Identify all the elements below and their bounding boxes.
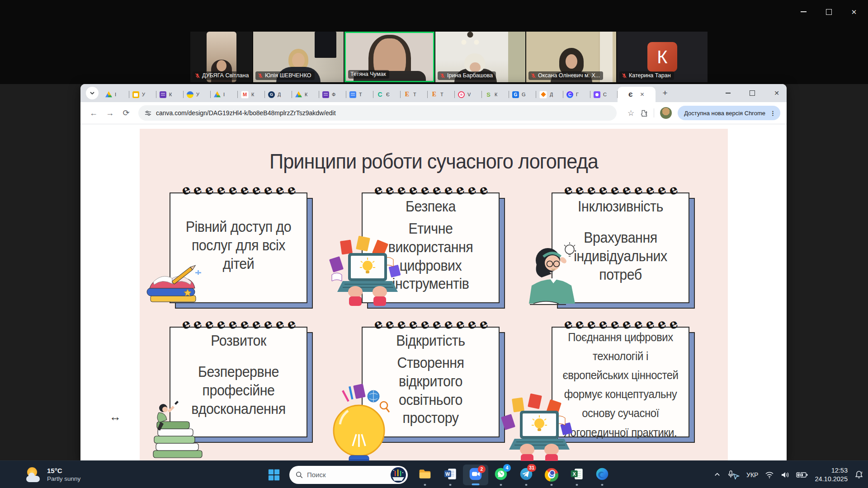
principle-card[interactable]: Відкритість Створення відкритого освітнь… bbox=[362, 327, 500, 437]
browser-restore-icon[interactable] bbox=[749, 89, 756, 97]
forward-button[interactable]: → bbox=[103, 106, 117, 120]
mic-muted-icon bbox=[531, 73, 536, 79]
browser-tab[interactable]: V bbox=[455, 87, 482, 102]
divider bbox=[654, 108, 654, 117]
avatar: К bbox=[647, 42, 677, 72]
mic-in-use-icon[interactable] bbox=[727, 470, 740, 479]
system-tray: УКР 12:53 24.10.2025 z bbox=[714, 461, 863, 488]
card-heading: Відкритість bbox=[368, 332, 493, 349]
taskbar-edge-icon[interactable] bbox=[590, 463, 615, 487]
site-settings-icon[interactable] bbox=[145, 110, 151, 117]
browser-tab-active[interactable]: Є✕ bbox=[618, 87, 656, 102]
menu-kebab-icon[interactable]: ⋮ bbox=[770, 110, 776, 117]
start-button[interactable] bbox=[264, 465, 284, 485]
taskbar-telegram-icon[interactable]: 31 bbox=[514, 463, 539, 487]
browser-tab[interactable]: К bbox=[292, 87, 319, 102]
browser-tab[interactable]: У bbox=[129, 87, 156, 102]
spiral-binding: eeeeeeeeee bbox=[374, 184, 488, 196]
browser-tab[interactable]: К bbox=[156, 87, 184, 102]
browser-tab[interactable]: Є bbox=[373, 87, 401, 102]
browser-tab[interactable]: І bbox=[211, 87, 238, 102]
drive-favicon bbox=[214, 91, 221, 98]
participant-tile[interactable]: Юлія ШЕВЧЕНКО bbox=[253, 32, 344, 82]
browser-tab[interactable]: G bbox=[509, 87, 536, 102]
extensions-puzzle-icon[interactable] bbox=[640, 109, 648, 117]
tab-label: У bbox=[142, 92, 145, 97]
svg-text:X: X bbox=[573, 471, 576, 476]
principle-card[interactable]: Розвиток Безперервне професійне вдоскона… bbox=[170, 327, 307, 437]
browser-tab[interactable]: Ф bbox=[319, 87, 346, 102]
participant-tile-active-speaker[interactable]: Тетяна Чумак bbox=[344, 32, 434, 82]
browser-tab[interactable]: Т bbox=[401, 87, 428, 102]
taskbar-excel-icon[interactable]: X bbox=[564, 463, 590, 487]
mic-muted-icon bbox=[258, 73, 263, 79]
search-icon bbox=[296, 471, 303, 479]
tab-label: К bbox=[169, 92, 172, 97]
notifications-bell-icon[interactable]: z bbox=[854, 470, 863, 479]
card-heading: Безпека bbox=[368, 198, 493, 215]
principle-card[interactable]: Поєднання цифрових технологій і європейс… bbox=[552, 327, 689, 437]
tray-chevron-up-icon[interactable] bbox=[714, 471, 721, 478]
bookmark-star-icon[interactable]: ☆ bbox=[627, 108, 634, 118]
browser-tab[interactable]: К bbox=[238, 87, 265, 102]
language-indicator[interactable]: УКР bbox=[746, 471, 758, 479]
participant-name-chip: ДУБЯГА Світлана bbox=[193, 71, 252, 80]
restore-window-icon[interactable] bbox=[823, 6, 835, 17]
taskbar-explorer-icon[interactable] bbox=[412, 463, 438, 487]
participant-tile[interactable]: ДУБЯГА Світлана bbox=[190, 32, 252, 82]
browser-minimize-icon[interactable] bbox=[724, 89, 731, 97]
canva-slide[interactable]: Принципи роботи сучасного логопеда Рівни… bbox=[140, 129, 728, 461]
chrome-update-button[interactable]: Доступна нова версія Chrome ⋮ bbox=[678, 106, 780, 120]
participant-tile[interactable]: Ірина Барбашова bbox=[435, 32, 525, 82]
browser-tab[interactable]: К bbox=[482, 87, 509, 102]
cteal-favicon bbox=[377, 91, 383, 98]
search-input[interactable]: Поиск bbox=[289, 466, 408, 484]
tab-search-button[interactable] bbox=[86, 87, 99, 99]
principle-card[interactable]: Рівний доступ до послуг для всіх дітей e… bbox=[170, 192, 307, 303]
participant-tile[interactable]: Оксана Оліневич м. Х... bbox=[526, 32, 616, 82]
taskbar-clock[interactable]: 12:53 24.10.2025 bbox=[815, 466, 848, 483]
tab-label: Т bbox=[440, 92, 443, 97]
running-app-indicator bbox=[551, 484, 553, 486]
principle-card[interactable]: Інклюзивність Врахування індивідуальних … bbox=[552, 192, 689, 303]
volume-icon[interactable] bbox=[781, 471, 789, 479]
wifi-icon[interactable] bbox=[765, 471, 774, 479]
taskbar-zoom-icon[interactable]: 2 bbox=[463, 465, 488, 485]
taskbar-chrome-icon[interactable] bbox=[539, 463, 564, 487]
browser-tab[interactable]: Д bbox=[265, 87, 292, 102]
browser-tab[interactable]: І bbox=[102, 87, 129, 102]
close-window-icon[interactable]: ✕ bbox=[848, 6, 860, 17]
battery-charging-icon[interactable] bbox=[796, 471, 808, 479]
running-app-indicator bbox=[424, 484, 426, 486]
tab-label: Д bbox=[550, 92, 553, 97]
new-tab-button[interactable]: + bbox=[658, 86, 672, 100]
close-tab-icon[interactable]: ✕ bbox=[640, 91, 645, 98]
svg-text:W: W bbox=[445, 471, 450, 476]
browser-tab[interactable]: У bbox=[184, 87, 211, 102]
browser-close-icon[interactable]: ✕ bbox=[773, 89, 780, 97]
browser-tab[interactable]: С bbox=[590, 87, 618, 102]
profile-avatar[interactable] bbox=[660, 107, 672, 119]
back-button[interactable]: ← bbox=[87, 106, 100, 120]
participant-name-chip: Ірина Барбашова bbox=[438, 71, 496, 80]
search-highlight-image[interactable] bbox=[391, 467, 406, 483]
gdark-favicon bbox=[268, 91, 275, 98]
browser-tab[interactable]: Г bbox=[563, 87, 590, 102]
taskbar-weather-widget[interactable]: 15°C Partly sunny bbox=[25, 461, 80, 488]
listb-favicon bbox=[349, 91, 356, 98]
running-app-indicator bbox=[449, 484, 452, 486]
principle-card[interactable]: Безпека Етичне використання цифрових інс… bbox=[362, 192, 500, 303]
taskbar-whatsapp-icon[interactable]: 4 bbox=[488, 463, 514, 487]
participant-name: ДУБЯГА Світлана bbox=[202, 72, 249, 79]
reload-button[interactable]: ⟳ bbox=[119, 106, 133, 120]
slides-favicon bbox=[132, 91, 139, 98]
taskbar-word-icon[interactable]: W bbox=[438, 463, 463, 487]
browser-tab[interactable]: Д bbox=[536, 87, 563, 102]
browser-tab[interactable]: Т bbox=[346, 87, 373, 102]
participant-tile[interactable]: К Катерина Таран bbox=[617, 32, 708, 82]
address-bar[interactable]: canva.com/design/DAG19zHl4-k/bo8eB48mplr… bbox=[138, 105, 617, 121]
minimize-window-icon[interactable] bbox=[797, 6, 809, 17]
tab-label: Г bbox=[576, 92, 579, 97]
browser-tab[interactable]: Т bbox=[428, 87, 455, 102]
notification-badge: 31 bbox=[527, 464, 536, 472]
